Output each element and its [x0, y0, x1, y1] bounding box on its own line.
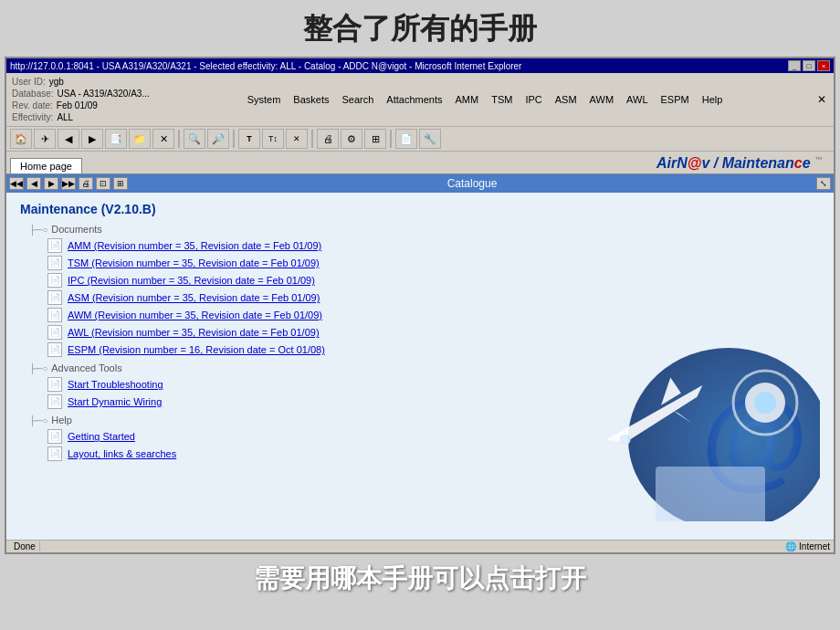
doc-tsm: 📄 TSM (Revision number = 35, Revision da…: [47, 256, 820, 270]
menu-help[interactable]: Help: [699, 93, 726, 106]
menu-awl[interactable]: AWL: [624, 93, 650, 106]
page-title-area: 整合了所有的手册: [0, 0, 840, 57]
doc-icon-ipc: 📄: [47, 273, 62, 288]
background-decoration: @: [546, 339, 820, 521]
catalogue-bar: ◀◀ ◀ ▶ ▶▶ 🖨 ⊡ ⊞ Catalogue ⤡: [6, 174, 834, 193]
user-id-value: ygb: [49, 76, 64, 88]
doc-icon-asm: 📄: [47, 290, 62, 305]
toolbar-back-btn[interactable]: ◀: [58, 129, 79, 149]
doc-link-awm[interactable]: AWM (Revision number = 35, Revision date…: [68, 310, 322, 320]
doc-link-troubleshooting[interactable]: Start Troubleshooting: [68, 379, 163, 390]
doc-link-amm[interactable]: AMM (Revision number = 35, Revision date…: [68, 240, 321, 251]
advanced-tools-label: Advanced Tools: [51, 362, 121, 373]
nav-print-btn[interactable]: 🖨: [79, 177, 93, 190]
doc-ipc: 📄 IPC (Revision number = 35, Revision da…: [47, 273, 820, 288]
doc-link-espm[interactable]: ESPM (Revision number = 16, Revision dat…: [68, 344, 325, 355]
nav-first-btn[interactable]: ◀◀: [9, 177, 24, 190]
tab-bar: Home page AirN@v / Maintenance ™: [6, 152, 834, 174]
nav-view1-btn[interactable]: ⊡: [96, 177, 110, 190]
rev-date-value: Feb 01/09: [57, 100, 98, 111]
toolbar-forward-btn[interactable]: ▶: [81, 129, 103, 149]
minimize-button[interactable]: _: [788, 60, 801, 71]
menu-baskets[interactable]: Baskets: [290, 93, 331, 106]
catalogue-expand-btn[interactable]: ⤡: [816, 177, 831, 190]
title-bar: http://127.0.0.1:8041 - USA A319/A320/A3…: [6, 58, 834, 73]
doc-icon-dynamic-wiring: 📄: [47, 394, 62, 409]
status-done: Done: [10, 541, 40, 551]
toolbar: 🏠 ✈ ◀ ▶ 📑 📁 ✕ 🔍 🔎 T T↕ ✕ 🖨 ⚙ ⊞ 📄 🔧: [6, 127, 834, 152]
menu-attachments[interactable]: Attachments: [383, 93, 445, 106]
toolbar-zoom-out-btn[interactable]: 🔎: [207, 129, 229, 149]
toolbar-settings-btn[interactable]: ⚙: [341, 129, 362, 149]
documents-branch: Documents: [29, 224, 820, 235]
toolbar-x2-btn[interactable]: ✕: [286, 129, 308, 149]
menu-close-x[interactable]: ✕: [814, 93, 830, 106]
maximize-button[interactable]: □: [803, 60, 815, 71]
menu-system[interactable]: System: [245, 93, 284, 106]
menu-asm[interactable]: ASM: [552, 93, 580, 106]
browser-title: http://127.0.0.1:8041 - USA A319/A320/A3…: [10, 61, 521, 71]
documents-label: Documents: [51, 224, 102, 235]
app-logo: AirN@v / Maintenance ™: [649, 153, 830, 173]
close-button[interactable]: ×: [817, 60, 830, 71]
doc-icon-awl: 📄: [47, 325, 62, 340]
internet-label: Internet: [799, 541, 830, 551]
doc-icon-espm: 📄: [47, 342, 62, 357]
toolbar-doc-btn[interactable]: 📄: [395, 129, 417, 149]
effectivity-value: ALL: [57, 111, 73, 123]
catalogue-title: Catalogue: [128, 177, 816, 190]
database-label: Database:: [12, 88, 54, 100]
user-id-label: User ID:: [12, 76, 46, 88]
doc-icon-getting-started: 📄: [47, 429, 62, 444]
doc-icon-troubleshooting: 📄: [47, 377, 62, 392]
toolbar-zoom-in-btn[interactable]: 🔍: [184, 129, 205, 149]
bottom-text: 需要用哪本手册可以点击打开: [254, 564, 586, 593]
user-info: User ID:ygb Database:USA - A319/A320/A3.…: [10, 74, 156, 125]
menu-awm[interactable]: AWM: [587, 93, 616, 106]
toolbar-sep4: [390, 130, 392, 148]
catalogue-nav-left: ◀◀ ◀ ▶ ▶▶ 🖨 ⊡ ⊞: [9, 177, 128, 190]
doc-amm: 📄 AMM (Revision number = 35, Revision da…: [47, 238, 820, 253]
menu-amm[interactable]: AMM: [453, 93, 482, 106]
help-label: Help: [51, 415, 72, 425]
menu-tsm[interactable]: TSM: [488, 93, 515, 106]
nav-prev-btn[interactable]: ◀: [26, 177, 41, 190]
svg-point-10: [754, 392, 776, 414]
status-bar: Done 🌐 Internet: [6, 540, 834, 552]
doc-link-tsm[interactable]: TSM (Revision number = 35, Revision date…: [68, 257, 320, 268]
toolbar-home-btn[interactable]: 🏠: [10, 129, 32, 149]
doc-icon-amm: 📄: [47, 238, 62, 253]
menu-ipc[interactable]: IPC: [522, 93, 544, 106]
toolbar-sep2: [233, 130, 235, 148]
doc-link-getting-started[interactable]: Getting Started: [68, 431, 135, 442]
toolbar-sep1: [178, 130, 180, 148]
doc-link-asm[interactable]: ASM (Revision number = 35, Revision date…: [68, 292, 320, 303]
menu-search[interactable]: Search: [340, 93, 377, 106]
toolbar-folder-btn[interactable]: 📁: [129, 129, 151, 149]
toolbar-tools-btn[interactable]: 🔧: [419, 129, 441, 149]
bottom-annotation: 需要用哪本手册可以点击打开: [0, 554, 840, 601]
doc-icon-layout: 📄: [47, 446, 62, 461]
doc-link-ipc[interactable]: IPC (Revision number = 35, Revision date…: [68, 275, 315, 286]
rev-date-label: Rev. date:: [12, 100, 53, 111]
nav-next-btn[interactable]: ▶: [44, 177, 58, 190]
menu-items: System Baskets Search Attachments AMM TS…: [163, 93, 806, 106]
doc-link-awl[interactable]: AWL (Revision number = 35, Revision date…: [68, 327, 320, 338]
toolbar-text-btn[interactable]: T↕: [262, 129, 284, 149]
tab-home[interactable]: Home page: [10, 158, 82, 173]
doc-link-dynamic-wiring[interactable]: Start Dynamic Wiring: [68, 396, 162, 407]
nav-view2-btn[interactable]: ⊞: [113, 177, 128, 190]
doc-link-layout[interactable]: Layout, links & searches: [68, 448, 176, 459]
toolbar-plane-btn[interactable]: ✈: [34, 129, 56, 149]
doc-icon-tsm: 📄: [47, 256, 62, 270]
toolbar-bookmark-btn[interactable]: 📑: [105, 129, 127, 149]
page-title: 整合了所有的手册: [303, 12, 537, 45]
section-title: Maintenance (V2.10.B): [20, 202, 820, 216]
toolbar-font-btn[interactable]: T: [238, 129, 260, 149]
toolbar-print-btn[interactable]: 🖨: [317, 129, 339, 149]
nav-last-btn[interactable]: ▶▶: [61, 177, 76, 190]
toolbar-grid-btn[interactable]: ⊞: [364, 129, 386, 149]
menu-espm[interactable]: ESPM: [658, 93, 692, 106]
doc-icon-awm: 📄: [47, 308, 62, 322]
toolbar-cancel-btn[interactable]: ✕: [152, 129, 174, 149]
